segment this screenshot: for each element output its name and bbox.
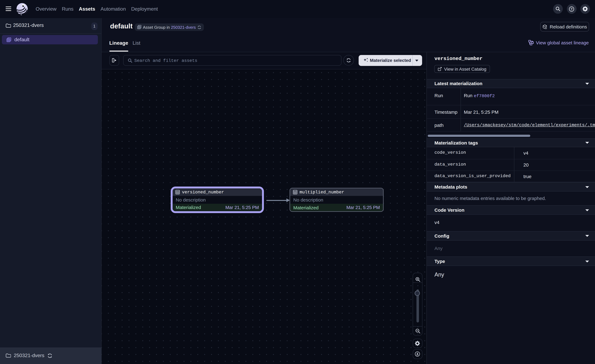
- svg-text:?: ?: [571, 7, 573, 11]
